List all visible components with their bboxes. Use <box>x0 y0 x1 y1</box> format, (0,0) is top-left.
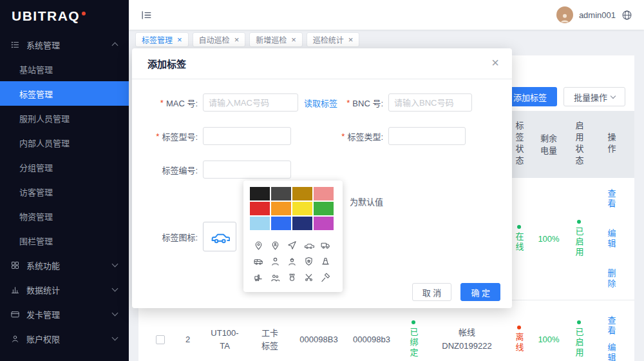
globe-icon[interactable] <box>621 10 632 21</box>
chevron-down-icon <box>112 286 118 292</box>
sidebar-item-服刑人员管理[interactable]: 服刑人员管理 <box>0 106 129 130</box>
color-swatch[interactable] <box>314 187 334 200</box>
color-swatch[interactable] <box>250 202 270 215</box>
op-link-编辑[interactable]: 编辑 <box>605 229 618 249</box>
code-input[interactable] <box>203 161 291 179</box>
close-tab-icon[interactable]: × <box>234 35 240 44</box>
hammer-icon[interactable] <box>320 272 331 283</box>
brand-logo-dot-icon <box>82 12 86 15</box>
tab-标签管理[interactable]: 标签管理× <box>135 32 189 47</box>
chevron-down-icon <box>112 261 118 268</box>
op-link-查看[interactable]: 查看 <box>605 316 618 337</box>
color-swatch[interactable] <box>250 217 270 230</box>
index-cell: 2 <box>173 300 202 361</box>
sidebar-item-基站管理[interactable]: 基站管理 <box>0 57 129 81</box>
forklift-icon[interactable] <box>253 272 264 283</box>
target-cell: 帐线DNZ0199222 <box>429 300 505 361</box>
people-group-icon[interactable] <box>270 272 281 283</box>
sidebar-item-系统功能[interactable]: 系统功能 <box>0 253 129 277</box>
tab-巡检统计[interactable]: 巡检统计× <box>307 32 360 47</box>
sidebar-item-系统管理[interactable]: 系统管理 <box>0 32 129 57</box>
model-cell: UT100-TA <box>202 300 247 361</box>
required-mark: * <box>346 98 350 108</box>
sidebar-item-发卡管理[interactable]: 发卡管理 <box>0 302 129 326</box>
icon-label: 标签图标: <box>147 231 198 243</box>
sidebar-item-标签管理[interactable]: 标签管理 <box>0 81 129 106</box>
add-tag-modal: 添加标签 × *MAC 号: 读取标签 *BNC 号: *标签型号: *标签类型… <box>132 48 512 308</box>
sidebar-item-数据统计[interactable]: 数据统计 <box>0 277 129 302</box>
tab-bar: 标签管理×自动巡检×新增巡检×巡检统计× <box>129 30 644 49</box>
sidebar: UBITRAQ 系统管理基站管理标签管理服刑人员管理内部人员管理分组管理访客管理… <box>0 0 129 361</box>
selected-tag-icon[interactable] <box>203 222 236 251</box>
color-swatch[interactable] <box>292 187 312 200</box>
bnc-input[interactable] <box>388 93 472 112</box>
mac-input[interactable] <box>203 93 298 112</box>
color-swatch[interactable] <box>271 217 291 230</box>
person-pin-icon[interactable] <box>270 240 281 251</box>
column-header-ops: 操作 <box>594 111 629 178</box>
required-mark: * <box>160 98 164 108</box>
color-swatch[interactable] <box>292 202 312 215</box>
enable-cell: 已启用 <box>564 300 594 361</box>
color-swatch[interactable] <box>314 202 334 215</box>
sidebar-item-物资管理[interactable]: 物资管理 <box>0 204 129 228</box>
topbar: admin001 <box>129 0 644 30</box>
tab-自动巡检[interactable]: 自动巡检× <box>193 32 246 47</box>
tab-新增巡检[interactable]: 新增巡检× <box>249 32 303 47</box>
truck-icon[interactable] <box>320 240 331 251</box>
color-swatch[interactable] <box>271 187 291 200</box>
op-link-删除[interactable]: 删除 <box>605 269 618 289</box>
status-cell: 离线 <box>505 300 533 361</box>
location-pin-icon[interactable] <box>253 240 264 251</box>
sidebar-item-分组管理[interactable]: 分组管理 <box>0 155 129 179</box>
car-icon[interactable] <box>303 240 314 251</box>
scissors-icon[interactable] <box>303 272 314 283</box>
shield-icon[interactable] <box>303 256 314 267</box>
navigation-arrow-icon[interactable] <box>287 240 298 251</box>
sidebar-item-内部人员管理[interactable]: 内部人员管理 <box>0 130 129 155</box>
tab-label: 新增巡检 <box>256 34 287 45</box>
batch-actions-button[interactable]: 批量操作 <box>564 87 625 106</box>
van-icon[interactable] <box>253 256 264 267</box>
code-label: 标签编号: <box>147 164 198 176</box>
model-input[interactable] <box>203 127 291 145</box>
row-checkbox[interactable] <box>156 335 165 344</box>
column-header-battery: 剩余电量 <box>533 111 564 178</box>
color-swatch[interactable] <box>271 202 291 215</box>
confirm-button[interactable]: 确 定 <box>460 283 500 301</box>
sidebar-item-访客管理[interactable]: 访客管理 <box>0 179 129 204</box>
sidebar-item-账户权限[interactable]: 账户权限 <box>0 326 129 351</box>
chevron-up-icon <box>112 43 118 49</box>
icon-field-group: 标签图标: <box>147 222 236 251</box>
required-mark: * <box>156 132 159 141</box>
op-link-查看[interactable]: 查看 <box>605 189 618 210</box>
person-icon[interactable] <box>270 256 281 267</box>
table-row: 2UT100-TA工卡标签000098B3000098b3已绑定帐线DNZ019… <box>138 300 634 361</box>
cone-icon[interactable] <box>320 256 331 267</box>
medal-icon[interactable] <box>287 272 298 283</box>
read-tag-link[interactable]: 读取标签 <box>304 97 337 109</box>
color-swatch[interactable] <box>314 217 334 230</box>
close-tab-icon[interactable]: × <box>291 35 296 44</box>
sidebar-item-围栏管理[interactable]: 围栏管理 <box>0 228 129 253</box>
code-field-group: 标签编号: <box>147 161 291 179</box>
icon-picker-popup <box>243 180 343 292</box>
close-tab-icon[interactable]: × <box>348 35 354 44</box>
avatar[interactable] <box>556 6 573 23</box>
police-icon[interactable] <box>287 256 298 267</box>
chart-icon <box>10 285 20 295</box>
cancel-button[interactable]: 取 消 <box>412 283 452 301</box>
close-icon[interactable]: × <box>491 56 499 69</box>
color-swatch[interactable] <box>250 187 270 200</box>
color-swatch[interactable] <box>292 217 312 230</box>
username[interactable]: admin001 <box>579 10 616 20</box>
card-icon <box>10 309 20 319</box>
sidebar-item-label: 物资管理 <box>19 210 53 222</box>
type-input[interactable] <box>388 127 466 145</box>
op-link-编辑[interactable]: 编辑 <box>605 343 618 361</box>
status-dot <box>577 320 581 324</box>
sidebar-item-label: 标签管理 <box>19 88 53 100</box>
collapse-menu-icon[interactable] <box>140 9 153 21</box>
close-tab-icon[interactable]: × <box>177 35 182 44</box>
sidebar-item-label: 内部人员管理 <box>19 137 70 149</box>
